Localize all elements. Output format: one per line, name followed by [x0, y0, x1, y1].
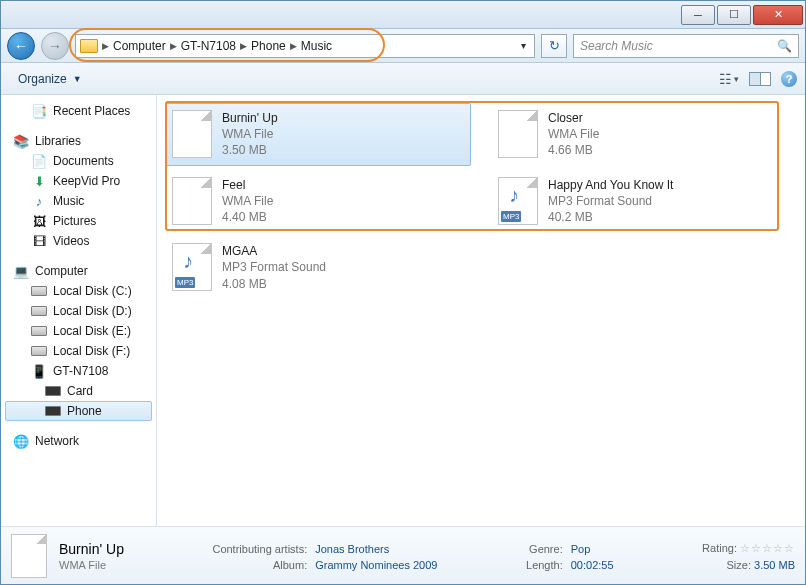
file-item[interactable]: CloserWMA File4.66 MB: [491, 103, 797, 166]
close-button[interactable]: ✕: [753, 5, 803, 25]
breadcrumb-item[interactable]: GT-N7108: [181, 39, 236, 53]
file-type: WMA File: [548, 126, 599, 142]
back-button[interactable]: ←: [7, 32, 35, 60]
chevron-right-icon: ▶: [170, 41, 177, 51]
nav-recent-places[interactable]: 📑Recent Places: [5, 101, 152, 121]
file-item[interactable]: Burnin' UpWMA File3.50 MB: [165, 103, 471, 166]
details-pane: Burnin' Up Contributing artists: Jonas B…: [1, 526, 805, 584]
drive-icon: [31, 306, 47, 316]
nav-label: Videos: [53, 234, 89, 248]
nav-phone[interactable]: Phone: [5, 401, 152, 421]
details-thumb: [11, 534, 47, 578]
label-album: Album:: [172, 559, 307, 571]
nav-disk-e[interactable]: Local Disk (E:): [5, 321, 152, 341]
drive-icon: [45, 386, 61, 396]
file-size: 4.08 MB: [222, 276, 326, 292]
search-icon: 🔍: [777, 39, 792, 53]
computer-icon: 💻: [13, 263, 29, 279]
nav-label: Documents: [53, 154, 114, 168]
nav-label: GT-N7108: [53, 364, 108, 378]
view-options-button[interactable]: ☷▾: [719, 71, 739, 87]
file-type: WMA File: [222, 193, 273, 209]
file-thumb-mp3-icon: ♪: [172, 243, 212, 291]
drive-icon: [31, 346, 47, 356]
libraries-icon: 📚: [13, 133, 29, 149]
file-meta: Burnin' UpWMA File3.50 MB: [222, 110, 278, 159]
breadcrumb-item[interactable]: Computer: [113, 39, 166, 53]
breadcrumb-item[interactable]: Phone: [251, 39, 286, 53]
help-button[interactable]: ?: [781, 71, 797, 87]
nav-keepvid[interactable]: ⬇KeepVid Pro: [5, 171, 152, 191]
videos-icon: 🎞: [31, 233, 47, 249]
address-wrap: ▶ Computer ▶ GT-N7108 ▶ Phone ▶ Music ▾: [75, 34, 535, 58]
file-thumb-doc-icon: [172, 177, 212, 225]
toolbar-right: ☷▾ ?: [719, 71, 797, 87]
maximize-button[interactable]: ☐: [717, 5, 751, 25]
address-dropdown[interactable]: ▾: [517, 40, 530, 51]
folder-icon: [80, 39, 98, 53]
file-meta: FeelWMA File4.40 MB: [222, 177, 273, 226]
toolbar: Organize ▼ ☷▾ ?: [1, 63, 805, 95]
nav-label: Music: [53, 194, 84, 208]
recent-icon: 📑: [31, 103, 47, 119]
nav-label: Libraries: [35, 134, 81, 148]
nav-pane[interactable]: 📑Recent Places 📚Libraries 📄Documents ⬇Ke…: [1, 95, 157, 526]
file-item[interactable]: ♪Happy And You Know ItMP3 Format Sound40…: [491, 170, 797, 233]
file-item[interactable]: FeelWMA File4.40 MB: [165, 170, 471, 233]
file-type: WMA File: [222, 126, 278, 142]
file-size: 4.40 MB: [222, 209, 273, 225]
file-size: 40.2 MB: [548, 209, 673, 225]
minimize-button[interactable]: ─: [681, 5, 715, 25]
preview-pane-button[interactable]: [749, 72, 771, 86]
file-thumb-mp3-icon: ♪: [498, 177, 538, 225]
nav-disk-d[interactable]: Local Disk (D:): [5, 301, 152, 321]
nav-label: Computer: [35, 264, 88, 278]
refresh-button[interactable]: ↻: [541, 34, 567, 58]
nav-label: Phone: [67, 404, 102, 418]
nav-disk-f[interactable]: Local Disk (F:): [5, 341, 152, 361]
val-album: Grammy Nominees 2009: [315, 559, 478, 571]
drive-icon: [31, 326, 47, 336]
nav-computer[interactable]: 💻Computer: [5, 261, 152, 281]
nav-label: Local Disk (F:): [53, 344, 130, 358]
details-filetype: WMA File: [59, 559, 164, 571]
network-icon: 🌐: [13, 433, 29, 449]
nav-videos[interactable]: 🎞Videos: [5, 231, 152, 251]
nav-disk-c[interactable]: Local Disk (C:): [5, 281, 152, 301]
rating-stars[interactable]: ☆☆☆☆☆: [740, 542, 795, 554]
file-meta: Happy And You Know ItMP3 Format Sound40.…: [548, 177, 673, 226]
nav-label: Local Disk (D:): [53, 304, 132, 318]
nav-label: Local Disk (C:): [53, 284, 132, 298]
music-icon: ♪: [31, 193, 47, 209]
file-name: Closer: [548, 110, 599, 126]
nav-network[interactable]: 🌐Network: [5, 431, 152, 451]
label-size: Size:: [727, 559, 751, 571]
file-size: 3.50 MB: [222, 142, 278, 158]
breadcrumb-item[interactable]: Music: [301, 39, 332, 53]
search-input[interactable]: Search Music 🔍: [573, 34, 799, 58]
search-placeholder: Search Music: [580, 39, 653, 53]
nav-music[interactable]: ♪Music: [5, 191, 152, 211]
content-area[interactable]: Burnin' UpWMA File3.50 MBCloserWMA File4…: [157, 95, 805, 526]
file-name: Happy And You Know It: [548, 177, 673, 193]
val-length: 00:02:55: [571, 559, 654, 571]
nav-libraries[interactable]: 📚Libraries: [5, 131, 152, 151]
nav-documents[interactable]: 📄Documents: [5, 151, 152, 171]
details-name: Burnin' Up: [59, 541, 164, 557]
file-grid: Burnin' UpWMA File3.50 MBCloserWMA File4…: [165, 103, 797, 299]
label-rating: Rating:: [702, 542, 737, 554]
file-item[interactable]: ♪MGAAMP3 Format Sound4.08 MB: [165, 236, 471, 299]
file-thumb-doc-icon: [498, 110, 538, 158]
address-bar[interactable]: ▶ Computer ▶ GT-N7108 ▶ Phone ▶ Music ▾: [75, 34, 535, 58]
documents-icon: 📄: [31, 153, 47, 169]
organize-button[interactable]: Organize ▼: [9, 68, 91, 90]
chevron-right-icon: ▶: [290, 41, 297, 51]
app-icon: ⬇: [31, 173, 47, 189]
device-icon: 📱: [31, 363, 47, 379]
forward-button[interactable]: →: [41, 32, 69, 60]
nav-pictures[interactable]: 🖼Pictures: [5, 211, 152, 231]
nav-row: ← → ▶ Computer ▶ GT-N7108 ▶ Phone ▶ Musi…: [1, 29, 805, 63]
val-artists: Jonas Brothers: [315, 543, 478, 555]
nav-device[interactable]: 📱GT-N7108: [5, 361, 152, 381]
nav-card[interactable]: Card: [5, 381, 152, 401]
